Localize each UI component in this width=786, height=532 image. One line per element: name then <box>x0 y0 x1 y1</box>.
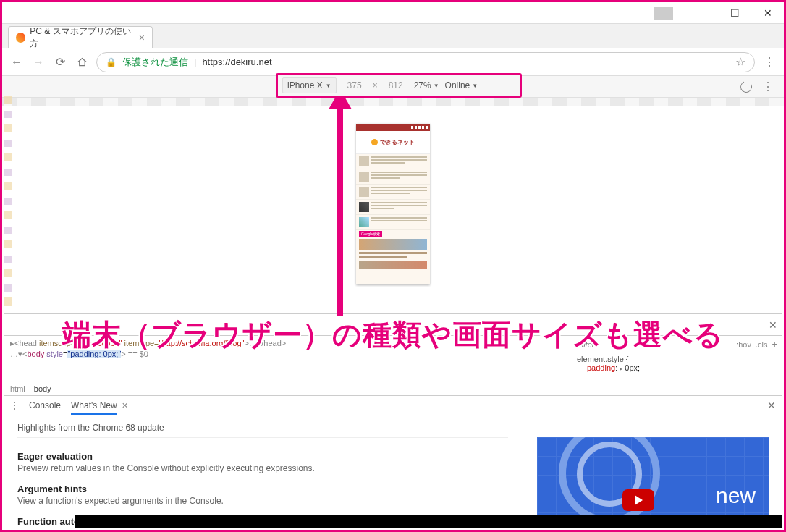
secure-label: 保護された通信 <box>122 56 188 69</box>
video-label: new <box>716 484 756 508</box>
lock-icon: 🔒 <box>106 57 117 67</box>
phone-article-row <box>356 200 430 215</box>
viewport-area: できるネット Google検索 <box>2 106 784 331</box>
chevron-down-icon: ▼ <box>472 83 478 89</box>
phone-article-row <box>356 154 430 169</box>
annotation-arrow <box>334 89 347 313</box>
tab-close-icon[interactable]: × <box>139 32 145 43</box>
drawer-menu-icon[interactable]: ⋮ <box>10 400 19 410</box>
zoom-select[interactable]: 27% ▼ <box>414 80 439 90</box>
browser-menu-button[interactable]: ⋮ <box>762 55 777 69</box>
home-button[interactable] <box>75 55 89 69</box>
forward-button: → <box>31 55 46 69</box>
chevron-down-icon: ▼ <box>326 83 331 89</box>
window-close-button[interactable]: ✕ <box>751 2 784 24</box>
browser-tab[interactable]: PC & スマホアプリの使い方 × <box>8 26 153 48</box>
annotation-text: 端末（ブラウザー）の種類や画面サイズも選べる <box>62 318 724 350</box>
whatsnew-video-thumb[interactable]: new <box>537 437 769 517</box>
device-toolbar: iPhone X ▼ 375 × 812 27% ▼ Online ▼ <box>276 73 522 98</box>
phone-site-logo: できるネット <box>356 131 430 154</box>
omnibox[interactable]: 🔒 保護された通信 | https://dekiru.net ☆ <box>96 52 755 72</box>
url-text: https://dekiru.net <box>202 56 271 67</box>
play-icon <box>622 489 654 511</box>
whatsnew-item: Argument hints View a function's expecte… <box>17 484 508 506</box>
drawer-close-button[interactable]: ✕ <box>767 400 776 411</box>
ruler <box>2 98 784 106</box>
device-toolbar-right: ⋮ <box>740 80 774 93</box>
whatsnew-item: Eager evaluation Preview return values i… <box>17 451 508 473</box>
phone-article-row <box>356 215 430 230</box>
phone-article-row <box>356 169 430 185</box>
phone-preview[interactable]: できるネット Google検索 <box>356 124 430 284</box>
dimension-x: × <box>373 80 378 90</box>
whatsnew-content: Highlights from the Chrome 68 update Eag… <box>17 423 508 520</box>
browser-tabbar: PC & スマホアプリの使い方 × <box>2 24 784 48</box>
favicon-icon <box>16 33 25 43</box>
device-select[interactable]: iPhone X ▼ <box>282 77 337 93</box>
drawer-tab-close-icon[interactable]: ✕ <box>122 401 128 410</box>
phone-statusbar <box>356 124 430 131</box>
elements-breadcrumb: html body <box>4 381 782 395</box>
device-toolbar-menu[interactable]: ⋮ <box>762 80 774 93</box>
titlebar-placeholder <box>654 7 673 20</box>
site-logo-icon <box>371 139 378 145</box>
chevron-down-icon: ▼ <box>434 83 439 89</box>
address-bar: ← → ⟳ 🔒 保護された通信 | https://dekiru.net ☆ ⋮ <box>2 48 784 76</box>
breadcrumb-html[interactable]: html <box>10 384 25 393</box>
annotation-callout: 端末（ブラウザー）の種類や画面サイズも選べる <box>9 315 777 355</box>
drawer-tab-console[interactable]: Console <box>29 400 61 410</box>
rotate-icon[interactable] <box>739 79 754 94</box>
reload-button[interactable]: ⟳ <box>53 55 67 69</box>
left-edge-decoration <box>4 96 12 306</box>
site-logo-text: できるネット <box>380 138 415 146</box>
bookmark-star-icon[interactable]: ☆ <box>735 55 745 69</box>
back-button[interactable]: ← <box>9 55 24 69</box>
breadcrumb-body[interactable]: body <box>34 384 51 393</box>
device-height-input[interactable]: 812 <box>384 80 408 90</box>
whatsnew-headline: Highlights from the Chrome 68 update <box>17 423 508 438</box>
window-maximize-button[interactable]: ☐ <box>719 2 751 24</box>
device-name: iPhone X <box>287 80 323 90</box>
window-minimize-button[interactable]: — <box>686 2 719 24</box>
network-select[interactable]: Online ▼ <box>445 80 478 90</box>
phone-featured <box>356 237 430 259</box>
style-rule[interactable]: element.style { padding: ▸ 0px; <box>577 355 777 372</box>
phone-footer-img <box>359 261 427 269</box>
window-titlebar: — ☐ ✕ <box>2 2 784 24</box>
tab-title: PC & スマホアプリの使い方 <box>30 25 134 50</box>
zoom-value: 27% <box>414 80 431 90</box>
drawer-tabs: ⋮ Console What's New ✕ ✕ <box>4 395 782 415</box>
drawer-body: Highlights from the Chrome 68 update Eag… <box>4 415 782 528</box>
device-width-input[interactable]: 375 <box>342 80 367 90</box>
phone-tag: Google検索 <box>356 230 430 237</box>
bottom-blackbar <box>75 515 782 528</box>
divider: | <box>194 56 196 67</box>
device-toolbar-row: iPhone X ▼ 375 × 812 27% ▼ Online ▼ ⋮ <box>2 76 784 98</box>
chevron-right-icon[interactable]: ▸ <box>620 366 622 372</box>
phone-article-row <box>356 185 430 200</box>
drawer-tab-whatsnew[interactable]: What's New <box>71 400 117 415</box>
network-value: Online <box>445 80 470 90</box>
